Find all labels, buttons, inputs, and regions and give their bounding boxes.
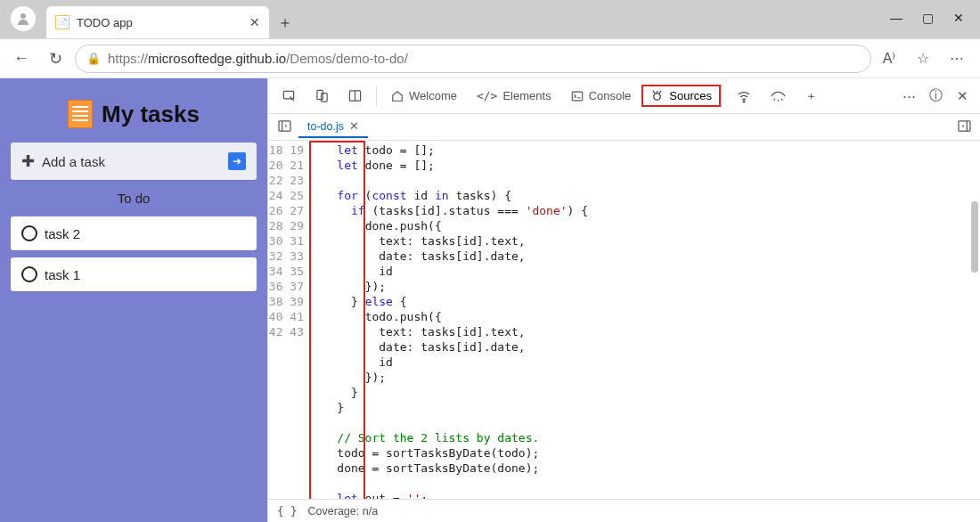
- device-icon[interactable]: [306, 84, 338, 108]
- add-task-placeholder: Add a task: [42, 154, 221, 169]
- svg-rect-11: [959, 120, 970, 130]
- close-file-icon[interactable]: ✕: [349, 119, 359, 133]
- dock-icon[interactable]: [339, 84, 371, 108]
- task-item[interactable]: task 2: [11, 216, 257, 250]
- add-task-input[interactable]: ✚ Add a task ➜: [11, 143, 257, 180]
- pretty-print-icon[interactable]: { }: [277, 504, 298, 518]
- app-pane: My tasks ✚ Add a task ➜ To do task 2task…: [0, 78, 267, 522]
- file-tab-todo-js[interactable]: to-do.js ✕: [298, 116, 368, 138]
- svg-rect-1: [283, 91, 293, 98]
- svg-point-0: [20, 13, 26, 19]
- task-checkbox[interactable]: [21, 266, 37, 282]
- maximize-icon[interactable]: ▢: [922, 11, 934, 25]
- more-tools-icon[interactable]: ⋯: [896, 88, 921, 104]
- section-todo-label: To do: [11, 189, 257, 208]
- svg-rect-3: [322, 94, 328, 102]
- show-navigator-icon[interactable]: [274, 120, 295, 135]
- browser-tab[interactable]: 📄 TODO app ✕: [46, 6, 269, 38]
- close-window-icon[interactable]: ✕: [953, 11, 964, 25]
- devtools-toolbar: Welcome </> Elements Console Sources ＋: [268, 78, 980, 114]
- eye-icon[interactable]: [762, 85, 795, 108]
- refresh-button[interactable]: ↻: [41, 45, 69, 73]
- tab-console[interactable]: Console: [562, 84, 641, 108]
- browser-tab-strip: 📄 TODO app ✕ ＋ — ▢ ✕: [0, 0, 980, 39]
- tab-welcome[interactable]: Welcome: [382, 84, 466, 108]
- read-aloud-icon[interactable]: A⁾: [877, 50, 902, 67]
- submit-task-icon[interactable]: ➜: [228, 152, 246, 170]
- code-editor[interactable]: 18 19 20 21 22 23 24 25 26 27 28 29 30 3…: [268, 141, 980, 499]
- task-name: task 2: [45, 226, 80, 241]
- show-debugger-icon[interactable]: [953, 120, 975, 135]
- plus-icon: ✚: [21, 151, 35, 171]
- wifi-icon[interactable]: [728, 84, 760, 109]
- favorite-icon[interactable]: ☆: [911, 50, 935, 67]
- coverage-label: Coverage: n/a: [308, 505, 379, 518]
- task-item[interactable]: task 1: [11, 257, 257, 291]
- inspect-icon[interactable]: [274, 84, 305, 108]
- task-checkbox[interactable]: [21, 225, 37, 241]
- new-tab-button[interactable]: ＋: [273, 10, 298, 35]
- profile-icon[interactable]: [11, 6, 36, 31]
- devtools-statusbar: { } Coverage: n/a: [268, 499, 980, 522]
- svg-rect-2: [317, 90, 323, 99]
- address-bar[interactable]: 🔒 https://microsoftedge.github.io/Demos/…: [75, 45, 871, 73]
- line-gutter[interactable]: 18 19 20 21 22 23 24 25 26 27 28 29 30 3…: [268, 141, 309, 499]
- lock-icon: 🔒: [86, 52, 101, 65]
- svg-point-8: [743, 101, 745, 102]
- code-content[interactable]: let todo = []; let done = []; for (const…: [309, 141, 980, 499]
- close-tab-icon[interactable]: ✕: [249, 15, 260, 29]
- tab-sources[interactable]: Sources: [641, 85, 721, 107]
- svg-rect-9: [279, 120, 290, 130]
- app-header: My tasks: [11, 100, 257, 128]
- devtools-pane: Welcome </> Elements Console Sources ＋: [267, 78, 980, 522]
- add-tool-icon[interactable]: ＋: [796, 83, 826, 110]
- task-name: task 1: [45, 267, 80, 282]
- close-devtools-icon[interactable]: ✕: [950, 88, 975, 104]
- address-bar-row: ← ↻ 🔒 https://microsoftedge.github.io/De…: [0, 39, 980, 78]
- url-text: https://microsoftedge.github.io/Demos/de…: [108, 51, 408, 66]
- tab-title: TODO app: [77, 16, 242, 29]
- tab-elements[interactable]: </> Elements: [468, 84, 560, 108]
- app-logo-icon: [68, 100, 93, 128]
- window-controls: — ▢ ✕: [874, 0, 980, 36]
- settings-menu-icon[interactable]: ⋯: [944, 50, 969, 67]
- tab-favicon-icon: 📄: [55, 15, 69, 29]
- app-title: My tasks: [102, 101, 200, 128]
- back-button[interactable]: ←: [7, 45, 36, 73]
- devtools-filebar: to-do.js ✕: [268, 114, 980, 141]
- scrollbar-thumb[interactable]: [971, 201, 978, 273]
- help-icon[interactable]: ⓘ: [923, 87, 948, 104]
- svg-point-7: [654, 94, 661, 101]
- svg-rect-6: [572, 92, 582, 101]
- minimize-icon[interactable]: —: [890, 11, 902, 25]
